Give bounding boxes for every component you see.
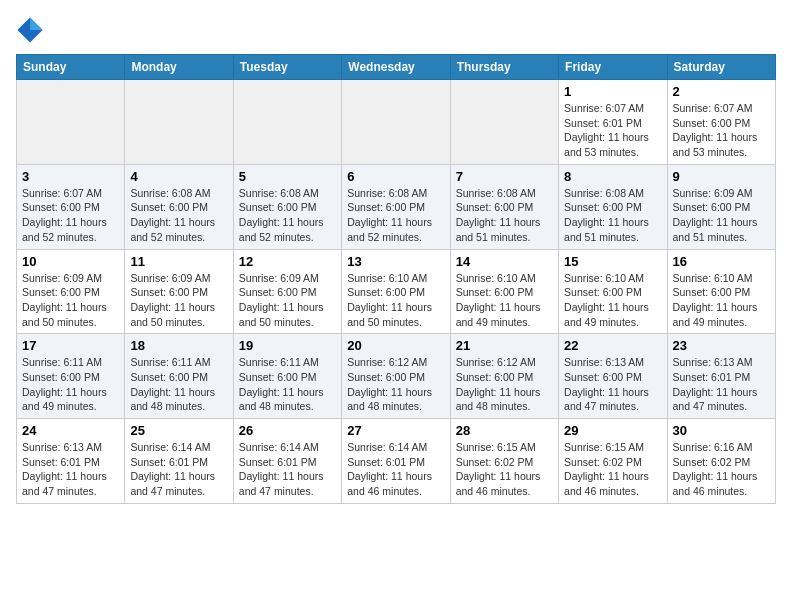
- calendar-cell: 21Sunrise: 6:12 AM Sunset: 6:00 PM Dayli…: [450, 334, 558, 419]
- calendar-cell: 11Sunrise: 6:09 AM Sunset: 6:00 PM Dayli…: [125, 249, 233, 334]
- day-info: Sunrise: 6:15 AM Sunset: 6:02 PM Dayligh…: [564, 440, 661, 499]
- day-number: 7: [456, 169, 553, 184]
- day-info: Sunrise: 6:09 AM Sunset: 6:00 PM Dayligh…: [673, 186, 770, 245]
- calendar-cell: 23Sunrise: 6:13 AM Sunset: 6:01 PM Dayli…: [667, 334, 775, 419]
- day-number: 1: [564, 84, 661, 99]
- day-info: Sunrise: 6:15 AM Sunset: 6:02 PM Dayligh…: [456, 440, 553, 499]
- calendar-table: SundayMondayTuesdayWednesdayThursdayFrid…: [16, 54, 776, 504]
- day-info: Sunrise: 6:11 AM Sunset: 6:00 PM Dayligh…: [22, 355, 119, 414]
- day-number: 4: [130, 169, 227, 184]
- day-info: Sunrise: 6:07 AM Sunset: 6:00 PM Dayligh…: [673, 101, 770, 160]
- calendar-cell: 20Sunrise: 6:12 AM Sunset: 6:00 PM Dayli…: [342, 334, 450, 419]
- calendar-cell: 27Sunrise: 6:14 AM Sunset: 6:01 PM Dayli…: [342, 419, 450, 504]
- weekday-header-saturday: Saturday: [667, 55, 775, 80]
- weekday-header-friday: Friday: [559, 55, 667, 80]
- week-row-2: 3Sunrise: 6:07 AM Sunset: 6:00 PM Daylig…: [17, 164, 776, 249]
- calendar-cell: 9Sunrise: 6:09 AM Sunset: 6:00 PM Daylig…: [667, 164, 775, 249]
- day-number: 25: [130, 423, 227, 438]
- day-number: 12: [239, 254, 336, 269]
- day-info: Sunrise: 6:10 AM Sunset: 6:00 PM Dayligh…: [347, 271, 444, 330]
- week-row-1: 1Sunrise: 6:07 AM Sunset: 6:01 PM Daylig…: [17, 80, 776, 165]
- day-number: 9: [673, 169, 770, 184]
- weekday-header-thursday: Thursday: [450, 55, 558, 80]
- day-info: Sunrise: 6:09 AM Sunset: 6:00 PM Dayligh…: [22, 271, 119, 330]
- calendar-cell: 29Sunrise: 6:15 AM Sunset: 6:02 PM Dayli…: [559, 419, 667, 504]
- day-number: 16: [673, 254, 770, 269]
- logo: [16, 16, 48, 44]
- calendar-cell: 22Sunrise: 6:13 AM Sunset: 6:00 PM Dayli…: [559, 334, 667, 419]
- calendar-cell: 8Sunrise: 6:08 AM Sunset: 6:00 PM Daylig…: [559, 164, 667, 249]
- day-info: Sunrise: 6:07 AM Sunset: 6:01 PM Dayligh…: [564, 101, 661, 160]
- calendar-cell: 4Sunrise: 6:08 AM Sunset: 6:00 PM Daylig…: [125, 164, 233, 249]
- day-number: 23: [673, 338, 770, 353]
- calendar-cell: [342, 80, 450, 165]
- calendar-cell: 5Sunrise: 6:08 AM Sunset: 6:00 PM Daylig…: [233, 164, 341, 249]
- day-number: 8: [564, 169, 661, 184]
- day-info: Sunrise: 6:12 AM Sunset: 6:00 PM Dayligh…: [456, 355, 553, 414]
- calendar-cell: 26Sunrise: 6:14 AM Sunset: 6:01 PM Dayli…: [233, 419, 341, 504]
- day-info: Sunrise: 6:14 AM Sunset: 6:01 PM Dayligh…: [239, 440, 336, 499]
- weekday-header-row: SundayMondayTuesdayWednesdayThursdayFrid…: [17, 55, 776, 80]
- day-number: 11: [130, 254, 227, 269]
- day-number: 10: [22, 254, 119, 269]
- day-number: 18: [130, 338, 227, 353]
- calendar-cell: 19Sunrise: 6:11 AM Sunset: 6:00 PM Dayli…: [233, 334, 341, 419]
- calendar-cell: [450, 80, 558, 165]
- weekday-header-sunday: Sunday: [17, 55, 125, 80]
- calendar-cell: 7Sunrise: 6:08 AM Sunset: 6:00 PM Daylig…: [450, 164, 558, 249]
- day-number: 24: [22, 423, 119, 438]
- day-number: 27: [347, 423, 444, 438]
- day-info: Sunrise: 6:08 AM Sunset: 6:00 PM Dayligh…: [239, 186, 336, 245]
- day-info: Sunrise: 6:10 AM Sunset: 6:00 PM Dayligh…: [564, 271, 661, 330]
- day-info: Sunrise: 6:10 AM Sunset: 6:00 PM Dayligh…: [673, 271, 770, 330]
- day-number: 14: [456, 254, 553, 269]
- page-header: [16, 16, 776, 44]
- calendar-cell: [17, 80, 125, 165]
- calendar-cell: 1Sunrise: 6:07 AM Sunset: 6:01 PM Daylig…: [559, 80, 667, 165]
- day-number: 28: [456, 423, 553, 438]
- calendar-cell: 6Sunrise: 6:08 AM Sunset: 6:00 PM Daylig…: [342, 164, 450, 249]
- week-row-3: 10Sunrise: 6:09 AM Sunset: 6:00 PM Dayli…: [17, 249, 776, 334]
- day-number: 3: [22, 169, 119, 184]
- calendar-cell: 18Sunrise: 6:11 AM Sunset: 6:00 PM Dayli…: [125, 334, 233, 419]
- calendar-cell: 28Sunrise: 6:15 AM Sunset: 6:02 PM Dayli…: [450, 419, 558, 504]
- day-number: 30: [673, 423, 770, 438]
- day-number: 26: [239, 423, 336, 438]
- day-info: Sunrise: 6:13 AM Sunset: 6:01 PM Dayligh…: [22, 440, 119, 499]
- calendar-cell: 14Sunrise: 6:10 AM Sunset: 6:00 PM Dayli…: [450, 249, 558, 334]
- day-info: Sunrise: 6:08 AM Sunset: 6:00 PM Dayligh…: [456, 186, 553, 245]
- calendar-cell: 12Sunrise: 6:09 AM Sunset: 6:00 PM Dayli…: [233, 249, 341, 334]
- day-info: Sunrise: 6:16 AM Sunset: 6:02 PM Dayligh…: [673, 440, 770, 499]
- calendar-cell: [233, 80, 341, 165]
- calendar-cell: 10Sunrise: 6:09 AM Sunset: 6:00 PM Dayli…: [17, 249, 125, 334]
- day-number: 17: [22, 338, 119, 353]
- day-number: 19: [239, 338, 336, 353]
- logo-icon: [16, 16, 44, 44]
- calendar-cell: 15Sunrise: 6:10 AM Sunset: 6:00 PM Dayli…: [559, 249, 667, 334]
- day-info: Sunrise: 6:14 AM Sunset: 6:01 PM Dayligh…: [130, 440, 227, 499]
- weekday-header-tuesday: Tuesday: [233, 55, 341, 80]
- day-number: 20: [347, 338, 444, 353]
- day-info: Sunrise: 6:12 AM Sunset: 6:00 PM Dayligh…: [347, 355, 444, 414]
- day-info: Sunrise: 6:09 AM Sunset: 6:00 PM Dayligh…: [239, 271, 336, 330]
- week-row-5: 24Sunrise: 6:13 AM Sunset: 6:01 PM Dayli…: [17, 419, 776, 504]
- svg-marker-1: [30, 17, 43, 30]
- day-number: 15: [564, 254, 661, 269]
- calendar-cell: [125, 80, 233, 165]
- calendar-cell: 17Sunrise: 6:11 AM Sunset: 6:00 PM Dayli…: [17, 334, 125, 419]
- calendar-cell: 24Sunrise: 6:13 AM Sunset: 6:01 PM Dayli…: [17, 419, 125, 504]
- week-row-4: 17Sunrise: 6:11 AM Sunset: 6:00 PM Dayli…: [17, 334, 776, 419]
- day-number: 29: [564, 423, 661, 438]
- calendar-cell: 25Sunrise: 6:14 AM Sunset: 6:01 PM Dayli…: [125, 419, 233, 504]
- day-number: 2: [673, 84, 770, 99]
- day-info: Sunrise: 6:08 AM Sunset: 6:00 PM Dayligh…: [564, 186, 661, 245]
- day-info: Sunrise: 6:14 AM Sunset: 6:01 PM Dayligh…: [347, 440, 444, 499]
- calendar-cell: 3Sunrise: 6:07 AM Sunset: 6:00 PM Daylig…: [17, 164, 125, 249]
- day-info: Sunrise: 6:13 AM Sunset: 6:01 PM Dayligh…: [673, 355, 770, 414]
- day-info: Sunrise: 6:13 AM Sunset: 6:00 PM Dayligh…: [564, 355, 661, 414]
- weekday-header-wednesday: Wednesday: [342, 55, 450, 80]
- day-number: 21: [456, 338, 553, 353]
- day-info: Sunrise: 6:07 AM Sunset: 6:00 PM Dayligh…: [22, 186, 119, 245]
- day-number: 6: [347, 169, 444, 184]
- calendar-cell: 13Sunrise: 6:10 AM Sunset: 6:00 PM Dayli…: [342, 249, 450, 334]
